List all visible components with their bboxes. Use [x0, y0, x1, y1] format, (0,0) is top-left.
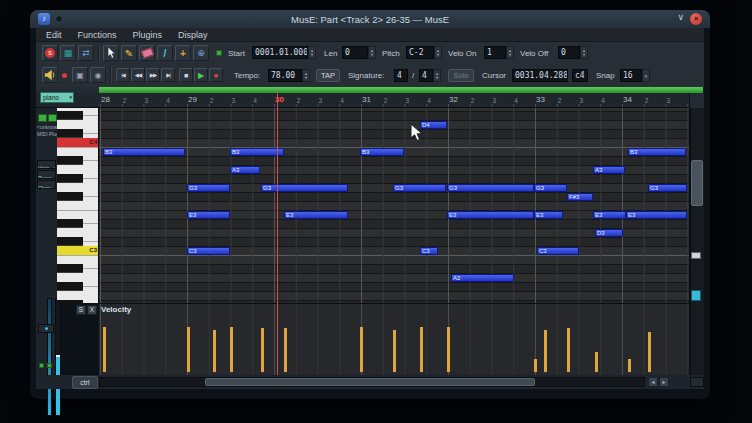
- len-field[interactable]: 0 ▲▼: [342, 46, 376, 59]
- signature-denominator-field[interactable]: 4 ▲▼: [419, 69, 441, 82]
- velocity-bar[interactable]: [447, 327, 450, 372]
- velocity-bar[interactable]: [360, 327, 363, 372]
- stop-button[interactable]: ■: [179, 68, 193, 82]
- instrument-dropdown[interactable]: piano ▾: [40, 92, 74, 103]
- midi-note[interactable]: E3: [284, 211, 348, 219]
- midi-note[interactable]: G3: [261, 184, 348, 192]
- midi-note[interactable]: A3: [230, 166, 260, 174]
- metronome-button[interactable]: ▦: [60, 45, 76, 61]
- velo-on-field[interactable]: 1 ▲▼: [484, 46, 514, 59]
- piano-key-marked[interactable]: C3: [57, 246, 99, 255]
- shade-window-icon[interactable]: ∨: [677, 12, 684, 22]
- step-record-indicator[interactable]: [62, 73, 67, 78]
- pointer-tool-button[interactable]: [103, 45, 119, 61]
- velocity-bar[interactable]: [595, 352, 598, 372]
- midi-thru-button[interactable]: ⇄: [78, 45, 94, 61]
- variation-send-control[interactable]: Varia off: [37, 160, 56, 169]
- pitch-spinner[interactable]: ▲▼: [434, 46, 442, 59]
- midi-note[interactable]: G3: [447, 184, 534, 192]
- midi-note[interactable]: F#3: [567, 193, 593, 201]
- len-value[interactable]: 0: [342, 46, 368, 59]
- tempo-value[interactable]: 78.00: [268, 69, 302, 82]
- strip-led-1[interactable]: [39, 363, 44, 368]
- velocity-bar[interactable]: [534, 359, 537, 372]
- tap-tempo-button[interactable]: TAP: [316, 69, 340, 82]
- piano-key-black[interactable]: [57, 282, 83, 291]
- panic-button[interactable]: S: [42, 45, 58, 61]
- len-spinner[interactable]: ▲▼: [368, 46, 376, 59]
- menu-plugins[interactable]: Plugins: [133, 30, 163, 40]
- signature-numerator[interactable]: 4: [394, 69, 408, 82]
- start-spinner[interactable]: ▲▼: [308, 46, 316, 59]
- midi-note[interactable]: E3: [187, 211, 230, 219]
- signature-numerator-field[interactable]: 4: [394, 69, 408, 82]
- eraser-tool-button[interactable]: [139, 45, 155, 61]
- lane-solo-button[interactable]: S: [76, 305, 86, 315]
- goto-begin-button[interactable]: |◀: [116, 68, 130, 82]
- menu-edit[interactable]: Edit: [46, 30, 62, 40]
- pitch-value[interactable]: C-2: [406, 46, 434, 59]
- midi-note[interactable]: G3: [393, 184, 446, 192]
- velocity-bar[interactable]: [393, 330, 396, 372]
- piano-key-black[interactable]: [57, 264, 83, 273]
- piano-key-black[interactable]: [57, 192, 83, 201]
- velocity-bar[interactable]: [648, 332, 651, 372]
- midi-note[interactable]: G3: [534, 184, 567, 192]
- menu-display[interactable]: Display: [178, 30, 208, 40]
- midi-note[interactable]: D4: [420, 121, 447, 129]
- piano-key-black[interactable]: [57, 174, 83, 183]
- snap-dropdown-arrow[interactable]: ▾: [642, 69, 650, 82]
- pan-knob[interactable]: [38, 324, 54, 333]
- scroll-left-button[interactable]: ◂: [648, 377, 658, 387]
- chorus-send-control[interactable]: Choru off: [37, 180, 56, 189]
- piano-key-black[interactable]: [57, 156, 83, 165]
- midi-note[interactable]: C3: [537, 247, 579, 255]
- midi-note[interactable]: A3: [593, 166, 625, 174]
- play-button[interactable]: ▶: [194, 68, 208, 82]
- horizontal-scrollbar-thumb[interactable]: [205, 378, 535, 386]
- midi-note[interactable]: G3: [187, 184, 230, 192]
- ctrl-lane-button[interactable]: ctrl: [72, 376, 98, 389]
- midi-note[interactable]: E3: [447, 211, 534, 219]
- start-field[interactable]: 0001.01.000 ▲▼: [252, 46, 316, 59]
- pencil-tool-button[interactable]: ✎: [121, 45, 137, 61]
- velo-on-spinner[interactable]: ▲▼: [506, 46, 514, 59]
- strip-button-b[interactable]: [48, 114, 57, 122]
- velocity-bar[interactable]: [567, 328, 570, 372]
- velocity-bar[interactable]: [213, 330, 216, 372]
- midi-note[interactable]: E3: [626, 211, 687, 219]
- record-button[interactable]: ●: [209, 68, 223, 82]
- velocity-bar[interactable]: [230, 327, 233, 372]
- close-window-button[interactable]: ×: [690, 13, 702, 25]
- piano-key-black[interactable]: [57, 111, 83, 120]
- menu-functions[interactable]: Functions: [78, 30, 117, 40]
- crosshair-tool-button[interactable]: ⊕: [193, 45, 209, 61]
- volume-slider-handle[interactable]: [56, 355, 60, 357]
- velo-off-spinner[interactable]: ▲▼: [580, 46, 588, 59]
- snap-dropdown[interactable]: 16 ▾: [620, 69, 650, 82]
- midi-note[interactable]: C3: [420, 247, 438, 255]
- snap-value[interactable]: 16: [620, 69, 642, 82]
- midi-note[interactable]: B3: [360, 148, 404, 156]
- strip-led-2[interactable]: [47, 363, 52, 368]
- velocity-bar[interactable]: [103, 327, 106, 372]
- vertical-scrollbar[interactable]: [690, 108, 704, 375]
- start-value[interactable]: 0001.01.000: [252, 46, 308, 59]
- piano-key-black[interactable]: [57, 219, 83, 228]
- titlebar[interactable]: ♪ MusE: Part <Track 2> 26-35 — MusE ∨ ×: [30, 10, 710, 28]
- midi-note[interactable]: B3: [628, 148, 686, 156]
- volume-slider[interactable]: [55, 298, 61, 416]
- speaker-button[interactable]: [42, 67, 58, 83]
- piano-key-black[interactable]: [57, 237, 83, 246]
- velo-off-value[interactable]: 0: [558, 46, 580, 59]
- step-rec-toggle[interactable]: ◉: [90, 67, 106, 83]
- vzoom-widget[interactable]: [691, 252, 701, 259]
- signature-denominator[interactable]: 4: [419, 69, 433, 82]
- velocity-bar[interactable]: [628, 359, 631, 372]
- midi-note[interactable]: G3: [648, 184, 687, 192]
- signature-spinner[interactable]: ▲▼: [433, 69, 441, 82]
- vertical-scrollbar-thumb[interactable]: [691, 160, 703, 206]
- piano-key-black[interactable]: [57, 129, 83, 138]
- velocity-bar[interactable]: [284, 328, 287, 372]
- lane-close-button[interactable]: X: [87, 305, 97, 315]
